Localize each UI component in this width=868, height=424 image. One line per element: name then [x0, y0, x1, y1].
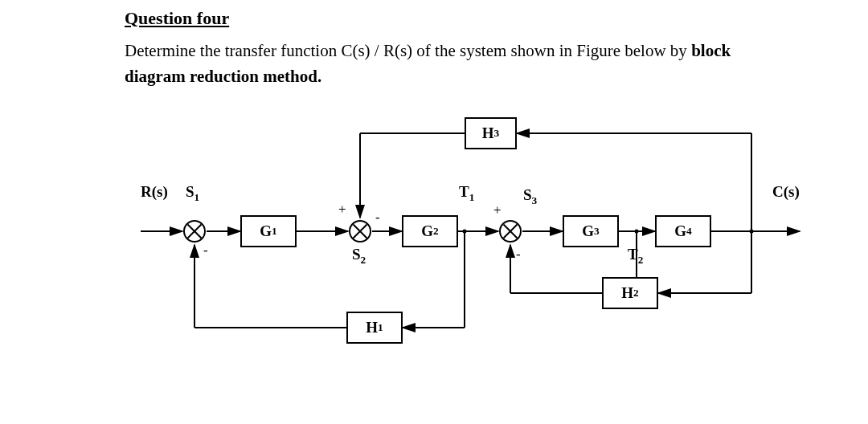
question-title: Question four — [125, 8, 743, 29]
sign-s2-minus: - — [375, 210, 380, 226]
svg-point-18 — [635, 230, 639, 234]
label-rs: R(s) — [141, 183, 168, 201]
block-h1: H1 — [346, 312, 403, 344]
sign-s2-plus: + — [338, 202, 346, 218]
block-h2: H2 — [602, 277, 658, 309]
label-s2: S2 — [352, 246, 366, 267]
label-s1: S1 — [186, 183, 199, 204]
label-s3: S3 — [523, 186, 537, 207]
label-cs: C(s) — [772, 183, 800, 201]
block-diagram: R(s) S1 C(s) T1 S3 S2 T2 + - + - - G1 G2… — [141, 107, 816, 396]
text-body: Determine the transfer function C(s) / R… — [125, 41, 691, 60]
block-g2: G2 — [402, 215, 458, 247]
block-g4: G4 — [655, 215, 711, 247]
sign-s1-minus: - — [203, 243, 208, 259]
sign-s3-plus: + — [493, 202, 502, 218]
diagram-lines — [141, 107, 816, 396]
question-text: Determine the transfer function C(s) / R… — [125, 39, 743, 89]
block-g3: G3 — [563, 215, 619, 247]
summing-s1 — [183, 220, 206, 243]
summing-s2 — [349, 220, 371, 243]
svg-point-24 — [750, 230, 754, 234]
summing-s3 — [499, 220, 522, 243]
svg-point-23 — [463, 230, 467, 234]
label-t2: T2 — [628, 246, 643, 267]
label-t1: T1 — [459, 183, 474, 204]
sign-s3-minus: - — [516, 247, 521, 263]
block-h3: H3 — [465, 117, 517, 149]
block-g1: G1 — [240, 215, 297, 247]
